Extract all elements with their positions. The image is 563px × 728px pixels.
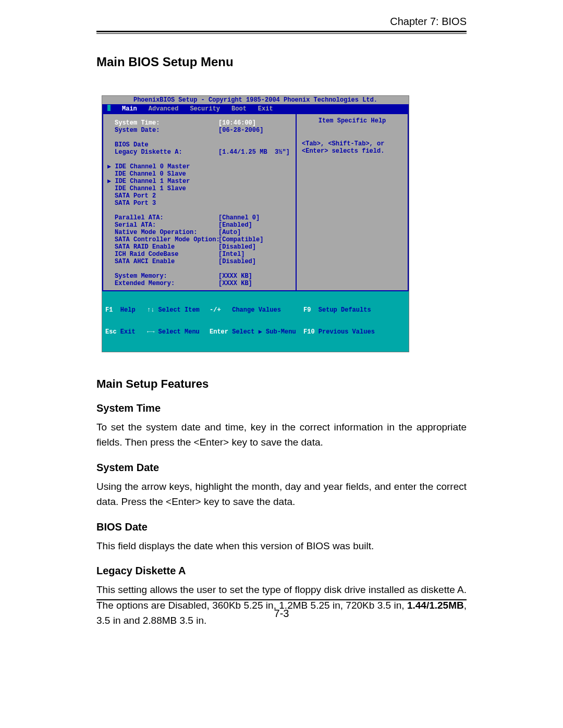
label-extended-memory: Extended Memory: bbox=[106, 280, 218, 287]
row-native-mode[interactable]: Native Mode Operation:[Auto] bbox=[106, 229, 292, 236]
heading-bios-date: BIOS Date bbox=[96, 521, 467, 533]
submenu-icon: ▶ bbox=[107, 178, 115, 185]
label-sata-controller-mode: SATA Controller Mode Option: bbox=[106, 236, 218, 243]
label-system-date: System Date: bbox=[106, 127, 218, 134]
value-extended-memory: [XXXX KB] bbox=[218, 280, 292, 287]
chapter-label: Chapter 7: BIOS bbox=[96, 16, 467, 28]
tab-security[interactable]: Security bbox=[190, 105, 220, 113]
header-rule bbox=[96, 31, 467, 34]
row-system-date[interactable]: System Date: [06-28-2006] bbox=[106, 127, 292, 134]
tab-boot[interactable]: Boot bbox=[231, 105, 247, 113]
bios-settings-panel: System Time: [10:46:00] System Date: [06… bbox=[102, 113, 297, 291]
label-native-mode: Native Mode Operation: bbox=[106, 229, 218, 236]
label-sata-port-2: SATA Port 2 bbox=[106, 192, 218, 200]
row-ide-ch1-master[interactable]: ▶ IDE Channel 1 Master bbox=[106, 178, 292, 185]
label-legacy-diskette-a: Legacy Diskette A: bbox=[106, 149, 218, 156]
bios-key-legend: F1 Help ↑↓ Select Item -/+ Change Values… bbox=[102, 291, 409, 352]
row-ide-ch0-slave[interactable]: IDE Channel 0 Slave bbox=[106, 170, 292, 178]
page-number: 7-3 bbox=[96, 608, 467, 620]
row-bios-date: BIOS Date bbox=[106, 141, 292, 149]
bios-help-panel: Item Specific Help <Tab>, <Shift-Tab>, o… bbox=[297, 113, 409, 291]
value-sata-ahci-enable[interactable]: [Disabled] bbox=[218, 258, 292, 265]
row-ide-ch0-master[interactable]: ▶ IDE Channel 0 Master bbox=[106, 163, 292, 170]
value-system-date[interactable]: [06-28-2006] bbox=[218, 127, 292, 134]
value-parallel-ata[interactable]: [Channel 0] bbox=[218, 214, 292, 221]
label-system-time: System Time: bbox=[106, 119, 218, 127]
value-legacy-diskette-a[interactable]: [1.44/1.25 MB 3½"] bbox=[218, 149, 292, 156]
bios-title-bar: PhoenixBIOS Setup - Copyright 1985-2004 … bbox=[102, 96, 409, 104]
key-f9: F9 bbox=[303, 306, 311, 314]
row-sata-raid-enable[interactable]: SATA RAID Enable[Disabled] bbox=[106, 243, 292, 251]
help-text-line2: <Enter> selects field. bbox=[302, 147, 402, 155]
key-plusminus: -/+ bbox=[210, 306, 221, 314]
key-f10: F10 bbox=[303, 328, 315, 336]
label-sata-raid-enable: SATA RAID Enable bbox=[106, 243, 218, 251]
row-legacy-diskette-a[interactable]: Legacy Diskette A: [1.44/1.25 MB 3½"] bbox=[106, 149, 292, 156]
row-ide-ch1-slave[interactable]: IDE Channel 1 Slave bbox=[106, 185, 292, 192]
help-title: Item Specific Help bbox=[302, 117, 402, 125]
row-sata-port-2[interactable]: SATA Port 2 bbox=[106, 192, 292, 200]
row-extended-memory: Extended Memory:[XXXX KB] bbox=[106, 280, 292, 287]
label-ide-ch0-slave: IDE Channel 0 Slave bbox=[106, 170, 218, 178]
tab-highlight-mark bbox=[107, 105, 111, 111]
row-sata-port-3[interactable]: SATA Port 3 bbox=[106, 200, 292, 207]
value-serial-ata[interactable]: [Enabled] bbox=[218, 221, 292, 229]
value-system-time[interactable]: [10:46:00] bbox=[218, 119, 292, 127]
label-parallel-ata: Parallel ATA: bbox=[106, 214, 218, 221]
row-ich-raid-codebase[interactable]: ICH Raid CodeBase[Intel] bbox=[106, 251, 292, 258]
row-system-memory: System Memory:[XXXX KB] bbox=[106, 273, 292, 280]
heading-legacy-diskette-a: Legacy Diskette A bbox=[96, 565, 467, 577]
row-parallel-ata[interactable]: Parallel ATA:[Channel 0] bbox=[106, 214, 292, 221]
tab-advanced[interactable]: Advanced bbox=[149, 105, 179, 113]
key-esc: Esc bbox=[105, 328, 117, 336]
tab-exit[interactable]: Exit bbox=[258, 105, 273, 113]
label-sata-ahci-enable: SATA AHCI Enable bbox=[106, 258, 218, 265]
footer-rule bbox=[96, 599, 467, 600]
label-ide-ch1-master: IDE Channel 1 Master bbox=[115, 178, 190, 185]
label-system-memory: System Memory: bbox=[106, 273, 218, 280]
text-system-date: Using the arrow keys, highlight the mont… bbox=[96, 479, 467, 510]
heading-system-time: System Time bbox=[96, 402, 467, 414]
value-ich-raid-codebase[interactable]: [Intel] bbox=[218, 251, 292, 258]
submenu-icon: ▶ bbox=[107, 163, 115, 170]
section-main-setup-features: Main Setup Features bbox=[96, 377, 467, 391]
text-bios-date: This field displays the date when this v… bbox=[96, 538, 467, 553]
bios-screenshot: PhoenixBIOS Setup - Copyright 1985-2004 … bbox=[102, 95, 409, 352]
key-leftright: ←→ bbox=[147, 328, 154, 336]
label-ich-raid-codebase: ICH Raid CodeBase bbox=[106, 251, 218, 258]
page-title: Main BIOS Setup Menu bbox=[96, 55, 467, 69]
label-ide-ch0-master: IDE Channel 0 Master bbox=[115, 163, 190, 170]
value-native-mode[interactable]: [Auto] bbox=[218, 229, 292, 236]
label-sata-port-3: SATA Port 3 bbox=[106, 200, 218, 207]
tab-main[interactable]: Main bbox=[122, 105, 137, 113]
value-sata-controller-mode[interactable]: [Compatible] bbox=[218, 236, 292, 243]
help-text-line1: <Tab>, <Shift-Tab>, or bbox=[302, 140, 402, 147]
row-serial-ata[interactable]: Serial ATA:[Enabled] bbox=[106, 221, 292, 229]
label-bios-date: BIOS Date bbox=[106, 141, 218, 149]
row-sata-controller-mode[interactable]: SATA Controller Mode Option:[Compatible] bbox=[106, 236, 292, 243]
key-updown: ↑↓ bbox=[147, 306, 154, 314]
value-system-memory: [XXXX KB] bbox=[218, 273, 292, 280]
key-enter: Enter bbox=[210, 328, 228, 336]
label-ide-ch1-slave: IDE Channel 1 Slave bbox=[106, 185, 218, 192]
row-sata-ahci-enable[interactable]: SATA AHCI Enable[Disabled] bbox=[106, 258, 292, 265]
row-system-time[interactable]: System Time: [10:46:00] bbox=[106, 119, 292, 127]
value-sata-raid-enable[interactable]: [Disabled] bbox=[218, 243, 292, 251]
text-system-time: To set the system date and time, key in … bbox=[96, 419, 467, 450]
label-serial-ata: Serial ATA: bbox=[106, 221, 218, 229]
heading-system-date: System Date bbox=[96, 462, 467, 474]
bios-menu-tabs: MainAdvancedSecurityBootExit bbox=[102, 104, 409, 113]
key-f1: F1 bbox=[105, 306, 113, 314]
